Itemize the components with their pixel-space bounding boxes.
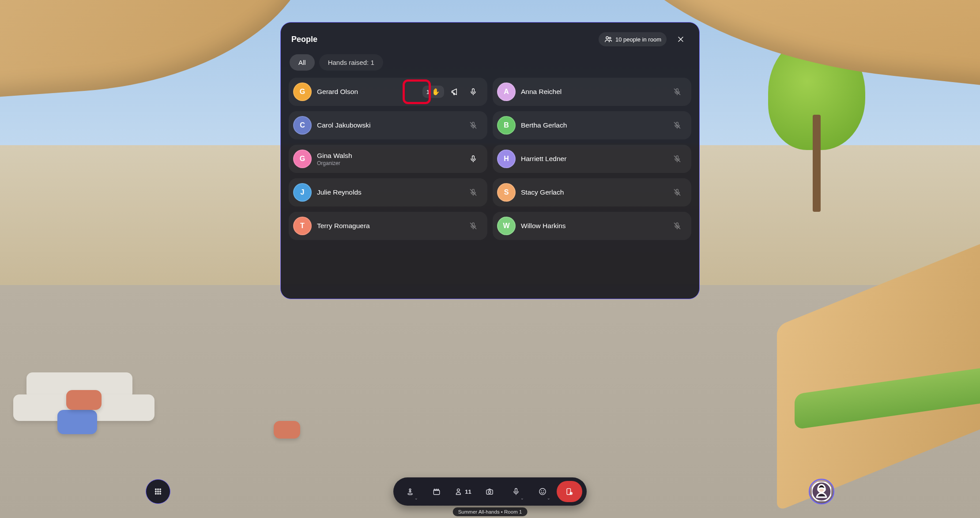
svg-point-21 [409, 489, 411, 491]
participant-status-icons [669, 184, 685, 200]
reactions-button[interactable]: ⌄ [530, 481, 555, 502]
participant-name: Carol Jakubowski [317, 121, 460, 129]
teleport-icon [406, 487, 415, 496]
mic-on-icon[interactable] [465, 151, 481, 167]
participant-count: 11 [465, 488, 471, 495]
avatar: B [497, 116, 516, 135]
participant-row[interactable]: BBertha Gerlach [493, 111, 691, 139]
participant-status-icons [465, 117, 481, 133]
app-menu-button[interactable] [146, 479, 170, 504]
participant-row[interactable]: TTerry Romaguera [289, 212, 487, 240]
grid-icon [154, 487, 162, 496]
megaphone-icon[interactable] [447, 84, 463, 100]
participant-row[interactable]: WWillow Harkins [493, 212, 691, 240]
svg-point-29 [541, 491, 542, 491]
mic-muted-icon[interactable] [465, 117, 481, 133]
mic-muted-icon[interactable] [669, 84, 685, 100]
leave-icon [565, 487, 574, 496]
participant-name: Stacy Gerlach [521, 188, 664, 196]
avatar: T [293, 217, 312, 235]
mic-muted-icon[interactable] [669, 184, 685, 200]
participant-name: Terry Romaguera [317, 222, 460, 230]
avatar: G [293, 150, 312, 168]
room-count-chip[interactable]: 10 people in room [599, 32, 667, 46]
participant-row[interactable]: HHarriett Ledner [493, 145, 691, 173]
participants-grid: GGerard Olson1✋AAnna ReichelCCarol Jakub… [287, 78, 693, 240]
tab-all[interactable]: All [290, 54, 315, 71]
hand-raised-badge[interactable]: 1✋ [422, 86, 444, 98]
svg-rect-25 [486, 490, 493, 494]
close-button[interactable] [673, 31, 689, 47]
svg-point-0 [606, 37, 608, 39]
svg-rect-27 [515, 488, 517, 492]
participant-role: Organizer [317, 160, 460, 166]
camera-icon [485, 487, 494, 496]
participant-row[interactable]: CCarol Jakubowski [289, 111, 487, 139]
svg-point-30 [543, 491, 544, 491]
svg-point-17 [160, 491, 161, 492]
mic-muted-icon[interactable] [669, 218, 685, 234]
avatar: A [497, 83, 516, 101]
clapper-icon [432, 487, 441, 496]
close-icon [676, 35, 685, 44]
main-toolbar: ⌄ 11 ⌄ ⌄ [393, 477, 587, 506]
svg-point-24 [457, 489, 460, 492]
participant-row[interactable]: JJulie Reynolds [289, 178, 487, 206]
filter-tabs: All Hands raised: 1 [287, 54, 693, 78]
avatar: H [497, 150, 516, 168]
avatar: S [497, 183, 516, 202]
participant-name: Willow Harkins [521, 222, 664, 230]
svg-rect-6 [472, 156, 475, 160]
participant-name: Bertha Gerlach [521, 121, 664, 129]
panel-title: People [291, 35, 599, 44]
svg-point-13 [158, 489, 159, 490]
svg-rect-2 [472, 89, 475, 93]
mic-icon [512, 487, 520, 496]
session-label: Summer All-hands • Room 1 [453, 507, 528, 516]
svg-point-20 [160, 493, 161, 495]
participants-button[interactable]: 11 [451, 481, 475, 502]
avatar: W [497, 217, 516, 235]
participant-status-icons [669, 218, 685, 234]
avatar: G [293, 83, 312, 101]
teleport-button[interactable]: ⌄ [398, 481, 422, 502]
room-count-text: 10 people in room [615, 36, 661, 43]
participant-name: Harriett Ledner [521, 155, 664, 163]
svg-point-19 [158, 493, 159, 495]
self-avatar[interactable] [809, 479, 834, 504]
participant-status-icons: 1✋ [422, 84, 481, 100]
mic-muted-icon[interactable] [669, 151, 685, 167]
person-icon [455, 487, 464, 496]
svg-point-28 [539, 488, 546, 495]
participant-name: Gerard Olson [317, 88, 417, 96]
participant-status-icons [465, 184, 481, 200]
svg-point-18 [155, 493, 157, 495]
people-icon [604, 35, 613, 44]
participant-row[interactable]: SStacy Gerlach [493, 178, 691, 206]
camera-button[interactable] [477, 481, 502, 502]
mic-muted-icon[interactable] [465, 184, 481, 200]
participant-row[interactable]: GGina WalshOrganizer [289, 145, 487, 173]
svg-point-26 [488, 491, 491, 494]
svg-point-1 [609, 38, 611, 39]
svg-point-14 [160, 489, 161, 490]
participant-row[interactable]: GGerard Olson1✋ [289, 78, 487, 106]
tab-hands-raised[interactable]: Hands raised: 1 [319, 54, 383, 71]
svg-point-22 [408, 493, 412, 495]
mic-muted-icon[interactable] [465, 218, 481, 234]
svg-rect-23 [433, 491, 439, 495]
participant-status-icons [669, 117, 685, 133]
record-button[interactable] [424, 481, 449, 502]
leave-button[interactable] [557, 481, 582, 502]
participant-status-icons [465, 151, 481, 167]
participant-name: Julie Reynolds [317, 188, 460, 196]
avatar: J [293, 183, 312, 202]
participant-row[interactable]: AAnna Reichel [493, 78, 691, 106]
svg-point-15 [155, 491, 157, 492]
mic-muted-icon[interactable] [669, 117, 685, 133]
hand-icon: ✋ [432, 88, 440, 96]
microphone-button[interactable]: ⌄ [504, 481, 528, 502]
mic-on-icon[interactable] [465, 84, 481, 100]
participant-name: Anna Reichel [521, 88, 664, 96]
svg-point-12 [155, 489, 157, 490]
